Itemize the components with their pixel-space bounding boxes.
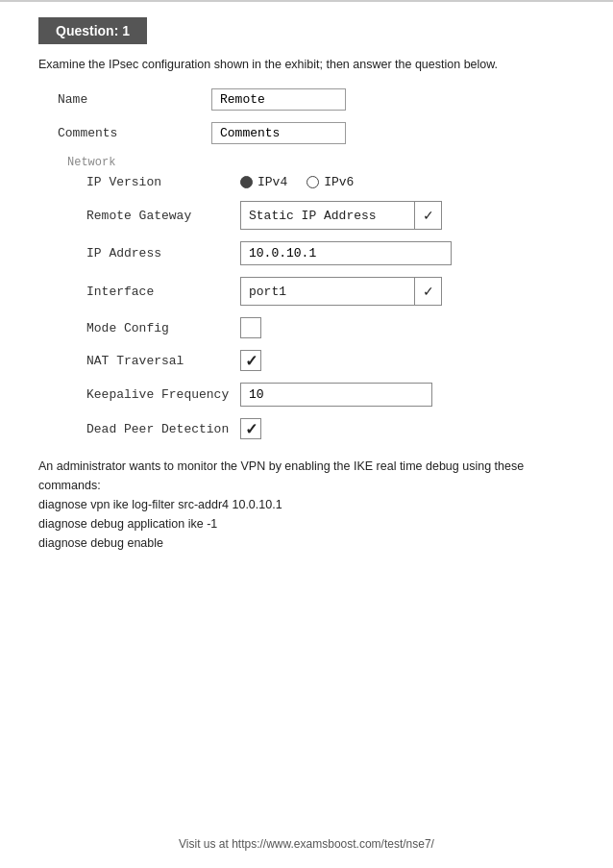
network-section: Network IP Version IPv4 IPv6 (67, 156, 575, 439)
interface-checkmark-icon: ✓ (423, 284, 434, 299)
remote-gateway-value: Static IP Address (241, 205, 414, 227)
ipv4-label: IPv4 (257, 175, 287, 189)
ipv6-radio-empty (306, 176, 319, 188)
ipv6-radio-item[interactable]: IPv6 (306, 175, 354, 189)
question-header: Question: 1 (38, 17, 147, 44)
ip-address-input[interactable] (240, 241, 452, 265)
ip-version-row: IP Version IPv4 IPv6 (86, 175, 575, 189)
ip-version-radio-group: IPv4 IPv6 (240, 175, 354, 189)
top-border (0, 0, 613, 2)
keepalive-label: Keepalive Frequency (86, 387, 240, 402)
remote-gateway-dropdown[interactable]: Static IP Address ✓ (240, 201, 442, 230)
ip-address-row: IP Address (86, 241, 575, 265)
ip-version-label: IP Version (86, 175, 240, 189)
intro-text: Examine the IPsec configuration shown in… (38, 58, 575, 71)
comments-input[interactable] (211, 122, 346, 144)
nat-traversal-label: NAT Traversal (86, 354, 240, 368)
ipv4-radio-filled (240, 176, 253, 188)
footer-text: An administrator wants to monitor the VP… (38, 457, 575, 553)
keepalive-row: Keepalive Frequency (86, 383, 575, 407)
network-section-label: Network (67, 156, 221, 169)
bottom-link[interactable]: Visit us at https://www.examsboost.com/t… (0, 837, 613, 851)
name-row: Name (58, 88, 575, 111)
nat-traversal-checkbox[interactable]: ✓ (240, 350, 261, 371)
dead-peer-checkbox[interactable]: ✓ (240, 418, 261, 439)
nat-traversal-checkmark-icon: ✓ (245, 352, 257, 370)
comments-label: Comments (58, 126, 211, 140)
interface-dropdown[interactable]: port1 ✓ (240, 277, 442, 306)
mode-config-checkbox[interactable] (240, 317, 261, 338)
form-section: Name Comments Network IP Version IPv (58, 88, 575, 439)
comments-row: Comments (58, 122, 575, 144)
remote-gateway-arrow[interactable]: ✓ (414, 202, 441, 229)
name-label: Name (58, 92, 211, 107)
mode-config-row: Mode Config (86, 317, 575, 338)
ipv6-label: IPv6 (324, 175, 354, 189)
footer-content: An administrator wants to monitor the VP… (38, 459, 524, 550)
remote-gateway-checkmark-icon: ✓ (423, 208, 434, 223)
interface-arrow[interactable]: ✓ (414, 278, 441, 305)
mode-config-label: Mode Config (86, 321, 240, 335)
ip-address-label: IP Address (86, 246, 240, 260)
remote-gateway-label: Remote Gateway (86, 209, 240, 223)
network-header-row: Network (67, 156, 575, 169)
name-input[interactable] (211, 88, 346, 111)
dead-peer-checkmark-icon: ✓ (245, 420, 257, 438)
network-fields: IP Version IPv4 IPv6 Remote Ga (86, 175, 575, 439)
dead-peer-row: Dead Peer Detection ✓ (86, 418, 575, 439)
ipv4-radio-item[interactable]: IPv4 (240, 175, 287, 189)
interface-value: port1 (241, 281, 414, 303)
remote-gateway-row: Remote Gateway Static IP Address ✓ (86, 201, 575, 230)
interface-label: Interface (86, 285, 240, 299)
nat-traversal-row: NAT Traversal ✓ (86, 350, 575, 371)
keepalive-input[interactable] (240, 383, 432, 407)
dead-peer-label: Dead Peer Detection (86, 422, 240, 436)
interface-row: Interface port1 ✓ (86, 277, 575, 306)
